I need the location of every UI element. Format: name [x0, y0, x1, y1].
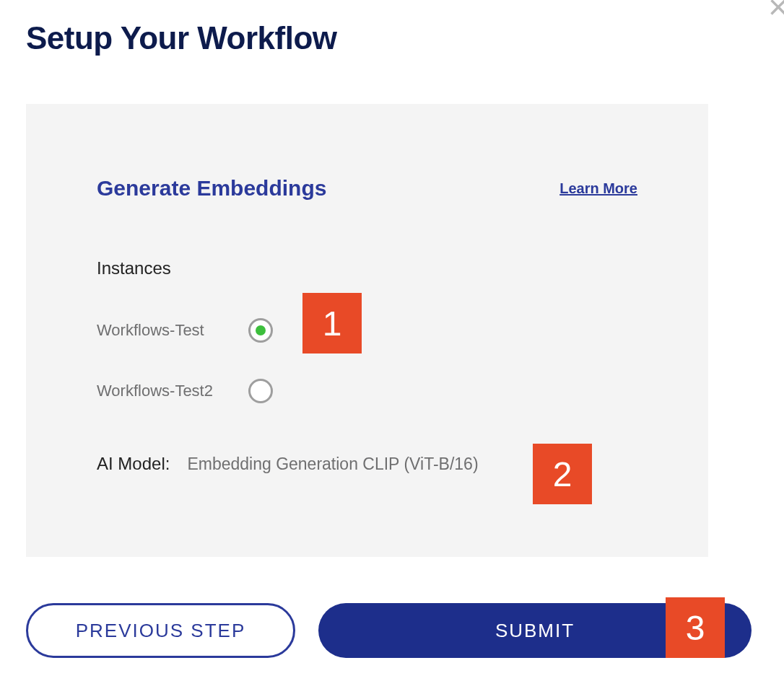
learn-more-link[interactable]: Learn More [559, 180, 637, 197]
close-icon[interactable]: × [768, 0, 784, 25]
ai-model-value: Embedding Generation CLIP (ViT-B/16) [187, 454, 478, 474]
instance-name: Workflows-Test2 [97, 382, 248, 400]
callout-badge-1: 1 [302, 293, 362, 353]
ai-model-label: AI Model: [97, 454, 170, 474]
callout-badge-2: 2 [533, 444, 592, 504]
instances-label: Instances [97, 258, 637, 278]
previous-step-button[interactable]: PREVIOUS STEP [26, 603, 295, 658]
instance-row: Workflows-Test [97, 318, 637, 343]
workflow-panel: Generate Embeddings Learn More Instances… [26, 104, 708, 557]
instance-name: Workflows-Test [97, 321, 248, 340]
instance-radio-1[interactable] [248, 318, 273, 343]
button-row: PREVIOUS STEP SUBMIT [26, 603, 752, 658]
callout-badge-3: 3 [666, 597, 725, 658]
instance-row: Workflows-Test2 [97, 379, 637, 403]
instance-radio-2[interactable] [248, 379, 273, 403]
panel-title: Generate Embeddings [97, 176, 326, 201]
page-title: Setup Your Workflow [26, 20, 337, 56]
radio-dot-icon [256, 325, 266, 335]
